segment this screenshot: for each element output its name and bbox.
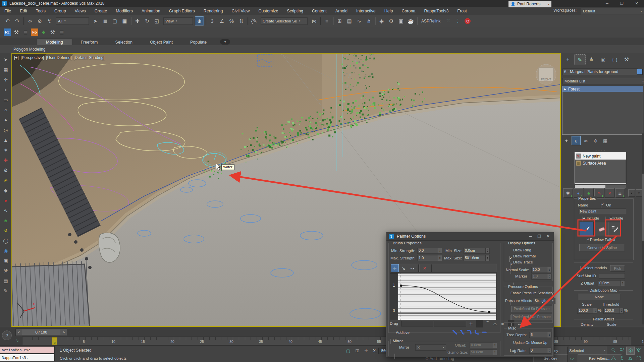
unlink-icon[interactable]: ⊘ xyxy=(35,16,44,25)
reference-coordinate-dropdown[interactable]: View▾ xyxy=(163,17,193,25)
menu-item[interactable]: Scripting xyxy=(282,7,308,15)
maxscript-listener-line1[interactable]: actionMan.exe xyxy=(0,346,55,354)
menu-item[interactable]: Arnold xyxy=(331,7,352,15)
sep[interactable] xyxy=(248,17,248,25)
menu-item[interactable]: Help xyxy=(380,7,397,15)
falloff-curve-editor[interactable] xyxy=(398,273,496,320)
spinner-arrows-icon[interactable]: ▴▾ xyxy=(438,255,442,261)
menu-item[interactable]: File xyxy=(0,7,15,15)
orbit-icon[interactable] xyxy=(626,355,634,362)
left-tool-cube[interactable]: ▣ xyxy=(2,257,10,265)
zoom-all-icon[interactable] xyxy=(618,347,626,354)
left-tool-plane[interactable]: ▭ xyxy=(2,96,10,104)
draw-ring-checkbox[interactable] xyxy=(509,256,510,262)
menu-item[interactable]: Interactive xyxy=(352,7,380,15)
redo-icon[interactable]: ↷ xyxy=(13,16,22,25)
menu-item[interactable]: Edit xyxy=(15,7,32,15)
render-production-icon[interactable]: ☕ xyxy=(406,16,415,25)
named-selection-sets-dropdown[interactable]: Create Selection Se▾ xyxy=(261,17,308,25)
select-rotate-icon[interactable]: ↻ xyxy=(143,16,152,25)
brush-options-button[interactable] xyxy=(608,222,621,236)
asprelink-button[interactable]: ASPRelink xyxy=(421,19,440,23)
railclone-icon[interactable]: Rc xyxy=(3,28,11,36)
menu-item[interactable]: Views xyxy=(70,7,90,15)
tab-hierarchy[interactable]: ⋔ xyxy=(586,54,597,64)
left-tool-leaf[interactable]: ♣ xyxy=(2,217,10,225)
viewport-label-segment[interactable]: [Default Shading] xyxy=(74,55,105,60)
marker-spinner[interactable]: 1.0▴▾ xyxy=(531,274,551,280)
next-frame-button[interactable]: > xyxy=(61,330,67,334)
menu-item[interactable]: Customize xyxy=(254,7,282,15)
paint-button[interactable] xyxy=(580,222,594,236)
menu-item[interactable]: Corona xyxy=(397,7,420,15)
left-tool-gear[interactable]: ⚙ xyxy=(2,166,10,174)
preset-fast-icon[interactable] xyxy=(467,329,472,335)
dialog-close-button[interactable]: ✕ xyxy=(546,234,550,239)
left-tool-axis[interactable]: ⌖ xyxy=(2,86,10,94)
expand-arrow-icon[interactable]: ▶ xyxy=(564,87,566,91)
lag-rate-spinner[interactable]: 0▴▾ xyxy=(529,348,551,354)
isolate-selection-icon[interactable]: ▢ xyxy=(346,348,350,353)
gizmo-size-spinner[interactable]: 50.0cm▴▾ xyxy=(470,349,497,355)
prev-frame-button[interactable]: < xyxy=(16,330,22,334)
area-list-item[interactable]: ✎ New paint xyxy=(575,153,626,160)
menu-item[interactable]: Graph Editors xyxy=(165,7,199,15)
z-offset-spinner[interactable]: 0.0cm▴▾ xyxy=(598,280,625,286)
mirror-checkbox[interactable] xyxy=(394,354,395,359)
ribbon-overflow-button[interactable]: ▼ xyxy=(220,39,230,45)
fov-icon[interactable] xyxy=(609,355,617,362)
left-tool-cylinder[interactable]: ○ xyxy=(2,106,10,114)
sep[interactable] xyxy=(476,320,483,327)
convert-to-spline-button[interactable]: Convert to Spline xyxy=(579,244,625,251)
object-color-swatch[interactable] xyxy=(637,69,643,75)
spinner-arrows-icon[interactable]: ▴▾ xyxy=(547,348,551,353)
left-tool-cone[interactable]: ▲ xyxy=(2,136,10,144)
pin-stack-icon[interactable]: ✦ xyxy=(562,136,571,145)
polygon-modeling-panel[interactable]: Polygon Modeling xyxy=(13,47,45,52)
selection-set-dropdown[interactable]: Selected ▾ xyxy=(569,347,607,354)
zoom-extents-all-icon[interactable] xyxy=(635,347,642,354)
pick-button[interactable]: Pick xyxy=(610,265,625,272)
surf-mat-id-field[interactable] xyxy=(599,273,625,279)
left-tool-grid[interactable]: ▦ xyxy=(2,66,10,74)
ribbon-toggle-icon[interactable]: ▤ xyxy=(345,16,354,25)
mirror-icon[interactable]: ⋈ xyxy=(310,16,319,25)
sep[interactable] xyxy=(131,17,131,25)
menu-item[interactable]: Tools xyxy=(32,7,50,15)
area-name-input[interactable]: New paint xyxy=(579,208,626,214)
add-object-area-icon[interactable]: ✱+ xyxy=(563,188,573,198)
object-name-field[interactable]: 6 - Marginal Plants foreground xyxy=(562,68,638,75)
viewcube[interactable]: FRONT xyxy=(536,64,556,84)
snap-toggle-icon[interactable]: 3 xyxy=(208,16,217,25)
zoom-icon[interactable] xyxy=(609,347,617,354)
predefined-str-pressure-button[interactable]: Predefined Str Pressure xyxy=(511,306,552,312)
help-button[interactable]: ? xyxy=(2,330,12,340)
pressure-affects-dropdown[interactable]: Str...gth ▾ xyxy=(533,298,555,304)
spinner-arrows-icon[interactable]: ▴▾ xyxy=(619,308,623,313)
menu-item[interactable]: Rendering xyxy=(199,7,227,15)
rect-region-icon[interactable]: ▢ xyxy=(110,16,119,25)
corona-icon[interactable]: C xyxy=(465,18,471,24)
ribbon-tab[interactable]: Modeling xyxy=(37,39,72,45)
predefined-size-pressure-button[interactable]: Predefined Size Pressure xyxy=(511,314,552,320)
panel-splitter[interactable]: ······· xyxy=(595,149,606,152)
tab-display[interactable]: ▢ xyxy=(609,54,620,64)
select-scale-icon[interactable]: ◱ xyxy=(152,16,161,25)
undo-icon[interactable]: ↶ xyxy=(3,16,12,25)
ribbon-tab[interactable]: Object Paint xyxy=(141,39,181,45)
add-list-area-icon[interactable]: ≣+ xyxy=(615,188,625,198)
edit-named-selections-icon[interactable]: {✎ xyxy=(250,16,259,25)
sep[interactable] xyxy=(417,17,417,25)
rc-tools-icon[interactable]: ⚒ xyxy=(12,28,20,36)
preset-slow-icon[interactable] xyxy=(474,329,480,335)
left-tool-orb[interactable]: ◉ xyxy=(2,247,10,255)
dots-icon[interactable]: ⁙ xyxy=(443,16,452,25)
fp-tools-icon[interactable]: ⚒ xyxy=(49,28,57,36)
sep[interactable] xyxy=(375,17,375,25)
left-tool-sun[interactable]: ☀ xyxy=(2,176,10,184)
render-setup-icon[interactable]: ⚙ xyxy=(387,16,396,25)
menu-item[interactable]: Civil View xyxy=(227,7,254,15)
exclude-radio[interactable] xyxy=(605,216,606,222)
left-tool-wave[interactable]: ∿ xyxy=(2,206,10,215)
scale-spinner[interactable]: 100.0▴▾ xyxy=(577,308,597,314)
